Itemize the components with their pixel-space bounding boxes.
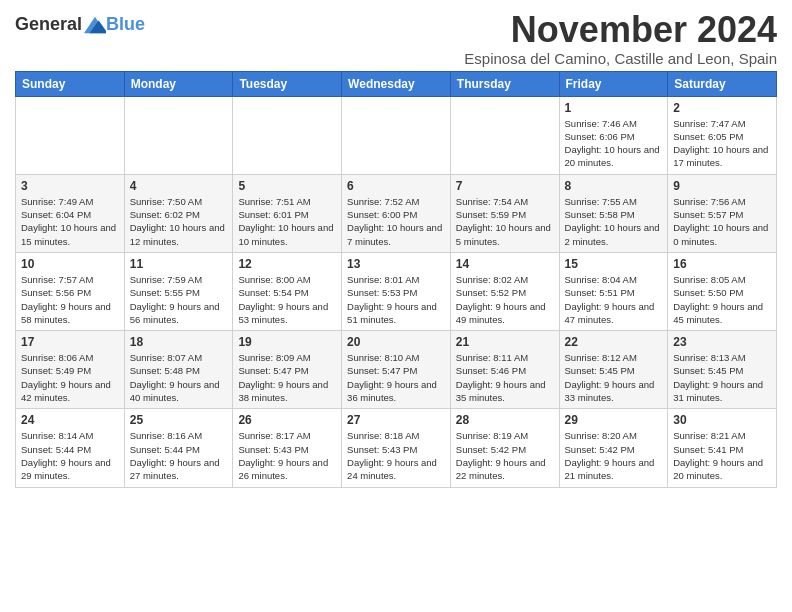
day-number: 9 [673, 179, 771, 193]
table-row [16, 96, 125, 174]
day-info: Sunrise: 8:12 AM Sunset: 5:45 PM Dayligh… [565, 351, 663, 404]
day-info: Sunrise: 7:51 AM Sunset: 6:01 PM Dayligh… [238, 195, 336, 248]
day-info: Sunrise: 8:05 AM Sunset: 5:50 PM Dayligh… [673, 273, 771, 326]
day-number: 4 [130, 179, 228, 193]
day-number: 15 [565, 257, 663, 271]
table-row: 21Sunrise: 8:11 AM Sunset: 5:46 PM Dayli… [450, 331, 559, 409]
day-number: 17 [21, 335, 119, 349]
day-number: 8 [565, 179, 663, 193]
page-container: GeneralBlue November 2024 Espinosa del C… [0, 0, 792, 498]
day-info: Sunrise: 7:55 AM Sunset: 5:58 PM Dayligh… [565, 195, 663, 248]
table-row: 29Sunrise: 8:20 AM Sunset: 5:42 PM Dayli… [559, 409, 668, 487]
col-friday: Friday [559, 71, 668, 96]
day-number: 1 [565, 101, 663, 115]
day-info: Sunrise: 8:13 AM Sunset: 5:45 PM Dayligh… [673, 351, 771, 404]
col-tuesday: Tuesday [233, 71, 342, 96]
header: GeneralBlue November 2024 Espinosa del C… [15, 10, 777, 67]
day-number: 16 [673, 257, 771, 271]
day-info: Sunrise: 8:18 AM Sunset: 5:43 PM Dayligh… [347, 429, 445, 482]
table-row: 14Sunrise: 8:02 AM Sunset: 5:52 PM Dayli… [450, 252, 559, 330]
table-row: 17Sunrise: 8:06 AM Sunset: 5:49 PM Dayli… [16, 331, 125, 409]
table-row: 10Sunrise: 7:57 AM Sunset: 5:56 PM Dayli… [16, 252, 125, 330]
calendar-table: Sunday Monday Tuesday Wednesday Thursday… [15, 71, 777, 488]
table-row: 30Sunrise: 8:21 AM Sunset: 5:41 PM Dayli… [668, 409, 777, 487]
calendar-week-row: 10Sunrise: 7:57 AM Sunset: 5:56 PM Dayli… [16, 252, 777, 330]
table-row: 8Sunrise: 7:55 AM Sunset: 5:58 PM Daylig… [559, 174, 668, 252]
table-row [124, 96, 233, 174]
table-row: 5Sunrise: 7:51 AM Sunset: 6:01 PM Daylig… [233, 174, 342, 252]
day-number: 23 [673, 335, 771, 349]
day-info: Sunrise: 8:19 AM Sunset: 5:42 PM Dayligh… [456, 429, 554, 482]
day-number: 14 [456, 257, 554, 271]
day-number: 5 [238, 179, 336, 193]
table-row: 27Sunrise: 8:18 AM Sunset: 5:43 PM Dayli… [342, 409, 451, 487]
table-row [342, 96, 451, 174]
logo-general-text: General [15, 14, 82, 35]
day-info: Sunrise: 7:57 AM Sunset: 5:56 PM Dayligh… [21, 273, 119, 326]
day-info: Sunrise: 8:16 AM Sunset: 5:44 PM Dayligh… [130, 429, 228, 482]
table-row: 2Sunrise: 7:47 AM Sunset: 6:05 PM Daylig… [668, 96, 777, 174]
day-info: Sunrise: 8:14 AM Sunset: 5:44 PM Dayligh… [21, 429, 119, 482]
col-thursday: Thursday [450, 71, 559, 96]
table-row: 24Sunrise: 8:14 AM Sunset: 5:44 PM Dayli… [16, 409, 125, 487]
day-info: Sunrise: 7:59 AM Sunset: 5:55 PM Dayligh… [130, 273, 228, 326]
day-info: Sunrise: 8:02 AM Sunset: 5:52 PM Dayligh… [456, 273, 554, 326]
day-number: 3 [21, 179, 119, 193]
table-row [450, 96, 559, 174]
day-info: Sunrise: 7:54 AM Sunset: 5:59 PM Dayligh… [456, 195, 554, 248]
day-info: Sunrise: 8:09 AM Sunset: 5:47 PM Dayligh… [238, 351, 336, 404]
day-number: 27 [347, 413, 445, 427]
col-wednesday: Wednesday [342, 71, 451, 96]
table-row: 1Sunrise: 7:46 AM Sunset: 6:06 PM Daylig… [559, 96, 668, 174]
day-info: Sunrise: 7:52 AM Sunset: 6:00 PM Dayligh… [347, 195, 445, 248]
day-info: Sunrise: 8:01 AM Sunset: 5:53 PM Dayligh… [347, 273, 445, 326]
table-row: 23Sunrise: 8:13 AM Sunset: 5:45 PM Dayli… [668, 331, 777, 409]
table-row: 15Sunrise: 8:04 AM Sunset: 5:51 PM Dayli… [559, 252, 668, 330]
table-row: 9Sunrise: 7:56 AM Sunset: 5:57 PM Daylig… [668, 174, 777, 252]
day-number: 30 [673, 413, 771, 427]
table-row: 3Sunrise: 7:49 AM Sunset: 6:04 PM Daylig… [16, 174, 125, 252]
table-row: 18Sunrise: 8:07 AM Sunset: 5:48 PM Dayli… [124, 331, 233, 409]
day-info: Sunrise: 7:47 AM Sunset: 6:05 PM Dayligh… [673, 117, 771, 170]
subtitle: Espinosa del Camino, Castille and Leon, … [464, 50, 777, 67]
title-block: November 2024 Espinosa del Camino, Casti… [464, 10, 777, 67]
calendar-week-row: 17Sunrise: 8:06 AM Sunset: 5:49 PM Dayli… [16, 331, 777, 409]
logo-blue-text: Blue [106, 14, 145, 35]
day-info: Sunrise: 7:49 AM Sunset: 6:04 PM Dayligh… [21, 195, 119, 248]
day-number: 25 [130, 413, 228, 427]
day-info: Sunrise: 8:07 AM Sunset: 5:48 PM Dayligh… [130, 351, 228, 404]
day-number: 21 [456, 335, 554, 349]
day-number: 12 [238, 257, 336, 271]
table-row: 25Sunrise: 8:16 AM Sunset: 5:44 PM Dayli… [124, 409, 233, 487]
day-info: Sunrise: 8:21 AM Sunset: 5:41 PM Dayligh… [673, 429, 771, 482]
day-info: Sunrise: 8:06 AM Sunset: 5:49 PM Dayligh… [21, 351, 119, 404]
col-monday: Monday [124, 71, 233, 96]
table-row: 19Sunrise: 8:09 AM Sunset: 5:47 PM Dayli… [233, 331, 342, 409]
table-row: 12Sunrise: 8:00 AM Sunset: 5:54 PM Dayli… [233, 252, 342, 330]
table-row [233, 96, 342, 174]
logo-icon [84, 16, 106, 34]
day-info: Sunrise: 7:56 AM Sunset: 5:57 PM Dayligh… [673, 195, 771, 248]
day-number: 20 [347, 335, 445, 349]
day-info: Sunrise: 7:50 AM Sunset: 6:02 PM Dayligh… [130, 195, 228, 248]
day-number: 13 [347, 257, 445, 271]
day-number: 2 [673, 101, 771, 115]
table-row: 22Sunrise: 8:12 AM Sunset: 5:45 PM Dayli… [559, 331, 668, 409]
day-number: 10 [21, 257, 119, 271]
table-row: 13Sunrise: 8:01 AM Sunset: 5:53 PM Dayli… [342, 252, 451, 330]
day-info: Sunrise: 8:04 AM Sunset: 5:51 PM Dayligh… [565, 273, 663, 326]
table-row: 4Sunrise: 7:50 AM Sunset: 6:02 PM Daylig… [124, 174, 233, 252]
day-number: 7 [456, 179, 554, 193]
calendar-week-row: 24Sunrise: 8:14 AM Sunset: 5:44 PM Dayli… [16, 409, 777, 487]
day-number: 28 [456, 413, 554, 427]
day-info: Sunrise: 8:20 AM Sunset: 5:42 PM Dayligh… [565, 429, 663, 482]
table-row: 11Sunrise: 7:59 AM Sunset: 5:55 PM Dayli… [124, 252, 233, 330]
day-number: 22 [565, 335, 663, 349]
day-number: 26 [238, 413, 336, 427]
day-number: 29 [565, 413, 663, 427]
col-saturday: Saturday [668, 71, 777, 96]
day-number: 6 [347, 179, 445, 193]
table-row: 26Sunrise: 8:17 AM Sunset: 5:43 PM Dayli… [233, 409, 342, 487]
table-row: 16Sunrise: 8:05 AM Sunset: 5:50 PM Dayli… [668, 252, 777, 330]
day-number: 11 [130, 257, 228, 271]
